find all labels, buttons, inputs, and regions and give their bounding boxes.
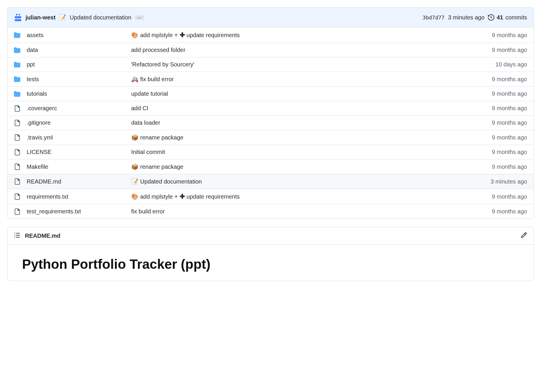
file-time: 9 months ago [463, 134, 527, 141]
folder-icon [14, 91, 27, 97]
commit-message-text: Initial commit [131, 149, 165, 155]
file-name-link[interactable]: test_requirements.txt [27, 208, 131, 215]
plus-icon: ✚ [180, 31, 185, 39]
pencil-icon [521, 232, 527, 238]
edit-readme-button[interactable] [521, 232, 527, 240]
file-row: .travis.yml📦 rename package9 months ago [8, 130, 533, 145]
commit-message-link[interactable]: data loader [131, 119, 463, 126]
commit-message-link[interactable]: 🎨 add mplstyle + ✚ update requirements [131, 193, 463, 200]
file-name-link[interactable]: tests [27, 76, 131, 83]
commit-emoji: 📝 [131, 178, 138, 185]
commit-message-text: 'Refactored by Sourcery' [131, 61, 194, 68]
folder-icon [14, 47, 27, 53]
file-row: ppt'Refactored by Sourcery'10 days ago [8, 57, 533, 72]
file-row: .gitignoredata loader9 months ago [8, 115, 533, 130]
commit-message-link[interactable]: add CI [131, 105, 463, 112]
folder-icon [14, 76, 27, 82]
file-row: .coveragercadd CI9 months ago [8, 101, 533, 115]
file-icon [14, 164, 27, 170]
readme-body: Python Portfolio Tracker (ppt) [8, 245, 533, 281]
commit-message-text: update requirements [187, 193, 240, 200]
file-row: tutorialsupdate tutorial9 months ago [8, 86, 533, 101]
commit-message-text: add mplstyle + [140, 32, 178, 39]
commit-emoji: 🎨 [131, 193, 138, 200]
file-name-link[interactable]: README.md [27, 178, 131, 185]
commit-message-text: rename package [140, 164, 183, 170]
file-time: 9 months ago [463, 32, 527, 39]
file-row: tests🚑 fix build error9 months ago [8, 72, 533, 86]
file-row: README.md📝 Updated documentation3 minute… [8, 174, 533, 189]
commit-message-link[interactable]: add processed folder [131, 47, 463, 53]
commit-emoji: 📦 [131, 163, 138, 170]
file-time: 9 months ago [463, 193, 527, 200]
file-icon [14, 149, 27, 155]
commit-time[interactable]: 3 minutes ago [448, 14, 485, 21]
commit-message-text: fix build error [131, 208, 165, 215]
file-time: 9 months ago [463, 119, 527, 126]
author-link[interactable]: julian-west [26, 14, 55, 21]
file-name-link[interactable]: LICENSE [27, 149, 131, 155]
commit-message-link[interactable]: 📝 Updated documentation [131, 178, 463, 185]
latest-commit-message[interactable]: Updated documentation [70, 14, 131, 21]
file-rows-container: assets🎨 add mplstyle + ✚ update requirem… [8, 27, 533, 219]
file-time: 9 months ago [463, 90, 527, 97]
readme-filename[interactable]: README.md [25, 233, 60, 239]
commit-message-text: add mplstyle + [140, 193, 178, 200]
file-name-link[interactable]: .travis.yml [27, 134, 131, 141]
commit-message-text: Updated documentation [140, 178, 202, 185]
commit-sha[interactable]: 3bd7d77 [423, 14, 445, 21]
commit-message-link[interactable]: fix build error [131, 208, 463, 215]
file-name-link[interactable]: assets [27, 32, 131, 39]
file-time: 10 days ago [463, 61, 527, 68]
file-row: Makefile📦 rename package9 months ago [8, 159, 533, 174]
commit-message-link[interactable]: 'Refactored by Sourcery' [131, 61, 463, 68]
file-row: test_requirements.txtfix build error9 mo… [8, 204, 533, 219]
file-name-link[interactable]: data [27, 47, 131, 53]
file-time: 9 months ago [463, 105, 527, 112]
commit-message-text: data loader [131, 119, 160, 126]
commit-emoji: 🎨 [131, 32, 138, 39]
file-icon [14, 120, 27, 126]
file-time: 9 months ago [463, 208, 527, 215]
file-icon [14, 134, 27, 141]
file-time: 9 months ago [463, 164, 527, 170]
readme-box: README.md Python Portfolio Tracker (ppt) [7, 227, 534, 281]
commit-message-link[interactable]: Initial commit [131, 149, 463, 155]
file-row: LICENSEInitial commit9 months ago [8, 145, 533, 159]
file-row: assets🎨 add mplstyle + ✚ update requirem… [8, 27, 533, 43]
file-name-link[interactable]: ppt [27, 61, 131, 68]
file-icon [14, 193, 27, 200]
readme-header: README.md [8, 227, 533, 245]
author-avatar[interactable] [14, 13, 22, 21]
file-name-link[interactable]: requirements.txt [27, 193, 131, 200]
commit-message-text: fix build error [140, 76, 174, 83]
commit-message-text: add CI [131, 105, 148, 112]
commit-message-link[interactable]: 🎨 add mplstyle + ✚ update requirements [131, 31, 463, 39]
folder-icon [14, 61, 27, 68]
commit-emoji: 🚑 [131, 76, 138, 83]
commits-label: commits [506, 14, 527, 21]
file-name-link[interactable]: .coveragerc [27, 105, 131, 112]
file-listing-box: julian-west 📝 Updated documentation … 3b… [7, 7, 534, 219]
commit-message-link[interactable]: 📦 rename package [131, 163, 463, 170]
commit-emoji: 📦 [131, 134, 138, 141]
plus-icon: ✚ [180, 193, 185, 200]
file-name-link[interactable]: tutorials [27, 90, 131, 97]
file-icon [14, 105, 27, 112]
commit-count: 41 [497, 14, 503, 21]
file-row: dataadd processed folder9 months ago [8, 43, 533, 57]
commits-link[interactable]: 41 commits [488, 14, 527, 21]
commit-message-link[interactable]: 🚑 fix build error [131, 76, 463, 83]
file-name-link[interactable]: .gitignore [27, 119, 131, 126]
file-time: 9 months ago [463, 76, 527, 83]
commit-message-link[interactable]: update tutorial [131, 90, 463, 97]
readme-heading: Python Portfolio Tracker (ppt) [22, 256, 519, 272]
commit-message-expand-button[interactable]: … [135, 15, 144, 20]
file-time: 3 minutes ago [463, 178, 527, 185]
commit-message-text: rename package [140, 134, 183, 141]
file-time: 9 months ago [463, 149, 527, 155]
file-name-link[interactable]: Makefile [27, 164, 131, 170]
list-icon[interactable] [14, 232, 20, 240]
commit-message-link[interactable]: 📦 rename package [131, 134, 463, 141]
commit-message-text: update tutorial [131, 90, 168, 97]
